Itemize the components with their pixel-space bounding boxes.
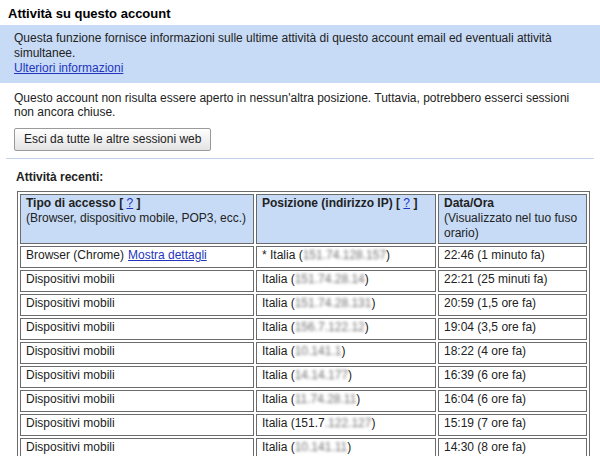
bracket-open: [: [393, 196, 400, 210]
location-suffix: ): [341, 344, 345, 358]
access-cell: Browser (Chrome)Mostra dettagli: [20, 246, 254, 268]
learn-more-link[interactable]: Ulteriori informazioni: [14, 61, 123, 75]
location-cell: Italia (156.7.122.12): [256, 318, 436, 340]
bracket-close: ]: [413, 196, 417, 210]
time-cell: 22:21 (25 minuti fa): [438, 270, 587, 292]
location-suffix: ): [365, 320, 369, 334]
page-title: Attività su questo account: [0, 0, 600, 25]
access-type: Browser (Chrome): [26, 248, 124, 262]
location-cell: Italia (151.74.28.131): [256, 294, 436, 316]
header-access-title: Tipo di accesso: [26, 196, 116, 210]
location-suffix: ): [356, 392, 360, 406]
time-cell: 15:19 (7 ore fa): [438, 414, 587, 436]
table-header-row: Tipo di accesso [ ? ] (Browser, disposit…: [20, 194, 587, 244]
header-datetime-sub: (Visualizzato nel tuo fuso orario): [444, 211, 581, 241]
location-prefix: Italia (: [262, 368, 295, 382]
location-suffix: ): [386, 248, 390, 262]
location-prefix: * Italia (: [262, 248, 303, 262]
ip-redacted: 10.141.1: [295, 344, 342, 358]
divider: [6, 158, 594, 159]
location-prefix: Italia (: [262, 440, 295, 454]
location-prefix: Italia (: [262, 296, 295, 310]
info-banner: Questa funzione fornisce informazioni su…: [0, 25, 600, 83]
time-cell: 22:46 (1 minuto fa): [438, 246, 587, 268]
info-banner-link-row: Ulteriori informazioni: [14, 61, 586, 76]
recent-activity-table: Tipo di accesso [ ? ] (Browser, disposit…: [17, 191, 590, 456]
location-cell: Italia (10.141.1): [256, 342, 436, 364]
location-cell: Italia (151.7.122.127): [256, 414, 436, 436]
session-section: Questo account non risulta essere aperto…: [0, 83, 600, 151]
ip-redacted: 11.74.28.11: [295, 392, 357, 406]
ip-redacted: 10.141.11: [295, 440, 348, 454]
access-cell: Dispositivi mobili: [20, 270, 254, 292]
access-cell: Dispositivi mobili: [20, 366, 254, 388]
ip-redacted: 14.14.177: [295, 368, 348, 382]
header-location: Posizione (indirizzo IP) [ ? ]: [256, 194, 436, 244]
time-cell: 16:04 (6 ore fa): [438, 390, 587, 412]
access-cell: Dispositivi mobili: [20, 438, 254, 456]
header-datetime-title: Data/Ora: [444, 196, 494, 210]
header-access-sub: (Browser, dispositivo mobile, POP3, ecc.…: [26, 211, 248, 226]
time-cell: 20:59 (1,5 ore fa): [438, 294, 587, 316]
ip-redacted: 156.7.122.12: [295, 320, 365, 334]
ip-redacted: 151.74.28.14: [295, 272, 365, 286]
ip-redacted: .122.127: [325, 416, 372, 430]
table-row: Dispositivi mobili Italia (151.7.122.127…: [20, 414, 587, 436]
access-cell: Dispositivi mobili: [20, 390, 254, 412]
table-row: Dispositivi mobili Italia (11.74.28.11) …: [20, 390, 587, 412]
location-cell: Italia (151.74.28.14): [256, 270, 436, 292]
access-cell: Dispositivi mobili: [20, 318, 254, 340]
access-help-link[interactable]: ?: [127, 196, 134, 210]
table-row: Dispositivi mobili Italia (10.141.11) 14…: [20, 438, 587, 456]
location-cell: Italia (10.141.11): [256, 438, 436, 456]
location-cell: * Italia (151.74.128.157): [256, 246, 436, 268]
location-help-link[interactable]: ?: [403, 196, 410, 210]
location-prefix: Italia (: [262, 320, 295, 334]
location-cell: Italia (11.74.28.11): [256, 390, 436, 412]
location-prefix: Italia (151.7: [262, 416, 325, 430]
ip-redacted: 151.74.128.157: [303, 248, 386, 262]
table-row: Dispositivi mobili Italia (10.141.1) 18:…: [20, 342, 587, 364]
table-row: Dispositivi mobili Italia (151.74.28.14)…: [20, 270, 587, 292]
location-prefix: Italia (: [262, 392, 295, 406]
location-suffix: ): [365, 272, 369, 286]
access-cell: Dispositivi mobili: [20, 294, 254, 316]
time-cell: 19:04 (3,5 ore fa): [438, 318, 587, 340]
time-cell: 16:39 (6 ore fa): [438, 366, 587, 388]
header-datetime: Data/Ora (Visualizzato nel tuo fuso orar…: [438, 194, 587, 244]
signout-other-sessions-button[interactable]: Esci da tutte le altre sessioni web: [14, 128, 211, 151]
location-suffix: ): [371, 416, 375, 430]
access-cell: Dispositivi mobili: [20, 414, 254, 436]
table-row: Dispositivi mobili Italia (151.74.28.131…: [20, 294, 587, 316]
header-access-type: Tipo di accesso [ ? ] (Browser, disposit…: [20, 194, 254, 244]
show-details-link[interactable]: Mostra dettagli: [128, 248, 207, 262]
location-cell: Italia (14.14.177): [256, 366, 436, 388]
table-row: Dispositivi mobili Italia (156.7.122.12)…: [20, 318, 587, 340]
access-cell: Dispositivi mobili: [20, 342, 254, 364]
session-note: Questo account non risulta essere aperto…: [14, 91, 574, 119]
info-banner-text: Questa funzione fornisce informazioni su…: [14, 31, 552, 60]
location-prefix: Italia (: [262, 344, 295, 358]
time-cell: 14:30 (8 ore fa): [438, 438, 587, 456]
table-row: Browser (Chrome)Mostra dettagli * Italia…: [20, 246, 587, 268]
location-suffix: ): [371, 296, 375, 310]
location-suffix: ): [347, 440, 351, 454]
time-cell: 18:22 (4 ore fa): [438, 342, 587, 364]
ip-redacted: 151.74.28.131: [295, 296, 372, 310]
bracket-open: [: [116, 196, 123, 210]
header-location-title: Posizione (indirizzo IP): [262, 196, 393, 210]
bracket-close: ]: [137, 196, 141, 210]
location-prefix: Italia (: [262, 272, 295, 286]
table-row: Dispositivi mobili Italia (14.14.177) 16…: [20, 366, 587, 388]
location-suffix: ): [348, 368, 352, 382]
recent-activity-label: Attività recenti:: [16, 170, 600, 184]
